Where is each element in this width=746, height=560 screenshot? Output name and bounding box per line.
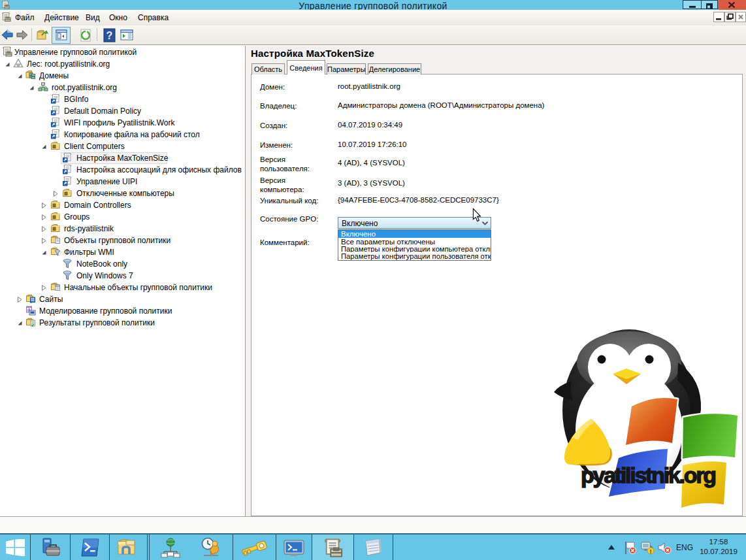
svg-text:pyatilistnik.org: pyatilistnik.org bbox=[581, 463, 717, 487]
svg-text:?: ? bbox=[106, 30, 113, 41]
svg-text:!: ! bbox=[650, 548, 652, 555]
